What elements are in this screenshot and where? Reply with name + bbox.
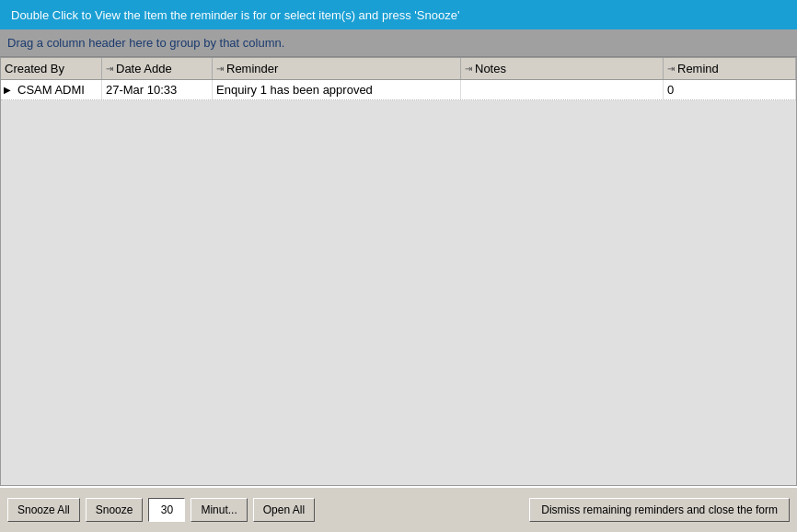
cell-date-added-value: 27-Mar 10:33 [106,83,177,97]
col-header-reminder[interactable]: ⇥ Reminder [213,58,461,79]
col-header-date-added[interactable]: ⇥ Date Adde [102,58,213,79]
col-header-remind[interactable]: ⇥ Remind [664,58,796,79]
cell-reminder: Enquiry 1 has been approved [213,80,461,99]
banner-text: Double Click to View the Item the remind… [11,8,459,22]
col-header-reminder-label: Reminder [226,62,278,75]
top-banner: Double Click to View the Item the remind… [0,0,797,29]
snooze-minutes-input[interactable]: 30 [148,498,185,522]
snooze-all-button[interactable]: Snooze All [7,498,80,522]
table-row[interactable]: ▶ CSAM ADMI 27-Mar 10:33 Enquiry 1 has b… [1,80,796,100]
col-header-notes[interactable]: ⇥ Notes [461,58,664,79]
snooze-button[interactable]: Snooze [86,498,144,522]
col-header-date-added-label: Date Adde [116,62,172,75]
open-all-button[interactable]: Open All [253,498,315,522]
pin-icon-notes: ⇥ [465,64,472,74]
cell-remind: 0 [664,80,796,99]
minutes-button[interactable]: Minut... [191,498,247,522]
row-selector: ▶ [1,85,14,95]
cell-created-by: CSAM ADMI [14,80,102,99]
table-wrapper: Created By ⇥ Date Adde ⇥ Reminder ⇥ Note… [0,57,797,486]
drag-header-text: Drag a column header here to group by th… [7,36,284,50]
pin-icon-date-added: ⇥ [106,64,113,74]
col-header-remind-label: Remind [677,62,719,75]
cell-reminder-value: Enquiry 1 has been approved [216,83,373,97]
cell-created-by-value: CSAM ADMI [17,83,85,97]
drag-header-bar: Drag a column header here to group by th… [0,29,797,57]
cell-remind-value: 0 [667,83,674,97]
col-header-created-by[interactable]: Created By [1,58,102,79]
dismiss-button[interactable]: Dismiss remaining reminders and close th… [529,498,790,522]
cell-date-added: 27-Mar 10:33 [102,80,213,99]
empty-area [1,100,796,485]
col-header-created-by-label: Created By [5,62,64,75]
cell-notes [461,80,664,99]
col-header-notes-label: Notes [475,62,506,75]
footer: Snooze All Snooze 30 Minut... Open All D… [0,486,797,532]
table-header: Created By ⇥ Date Adde ⇥ Reminder ⇥ Note… [1,58,796,80]
pin-icon-remind: ⇥ [667,64,675,74]
pin-icon-reminder: ⇥ [216,64,224,74]
